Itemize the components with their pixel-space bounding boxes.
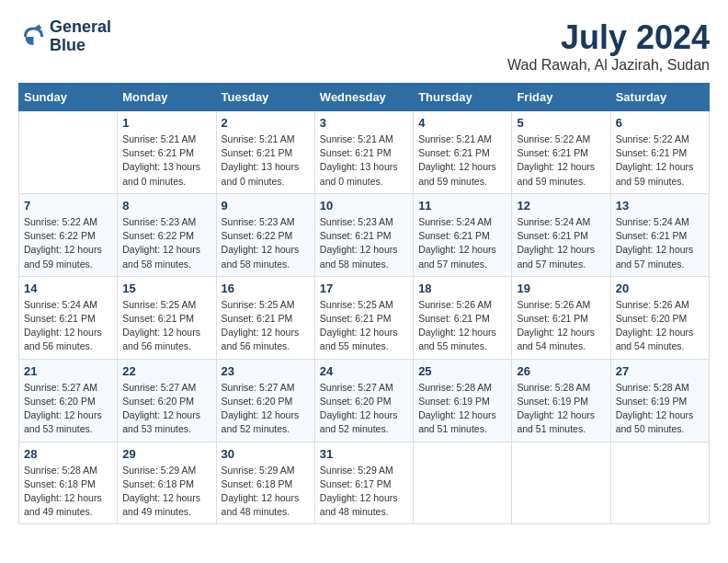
calendar-cell: 23Sunrise: 5:27 AM Sunset: 6:20 PM Dayli…: [216, 359, 314, 442]
calendar-week-row: 21Sunrise: 5:27 AM Sunset: 6:20 PM Dayli…: [19, 359, 710, 442]
day-info: Sunrise: 5:24 AM Sunset: 6:21 PM Dayligh…: [517, 215, 605, 271]
calendar-cell: 6Sunrise: 5:22 AM Sunset: 6:21 PM Daylig…: [610, 111, 709, 194]
calendar-cell: 19Sunrise: 5:26 AM Sunset: 6:21 PM Dayli…: [512, 276, 610, 359]
day-info: Sunrise: 5:26 AM Sunset: 6:21 PM Dayligh…: [418, 298, 506, 354]
day-number: 14: [24, 282, 112, 295]
calendar-cell: 10Sunrise: 5:23 AM Sunset: 6:21 PM Dayli…: [314, 193, 413, 276]
calendar-cell: [512, 442, 610, 524]
calendar-cell: 11Sunrise: 5:24 AM Sunset: 6:21 PM Dayli…: [414, 193, 512, 276]
logo: General Blue: [18, 18, 111, 55]
calendar-cell: 7Sunrise: 5:22 AM Sunset: 6:22 PM Daylig…: [19, 193, 118, 276]
day-info: Sunrise: 5:28 AM Sunset: 6:18 PM Dayligh…: [24, 464, 112, 520]
calendar-cell: 8Sunrise: 5:23 AM Sunset: 6:22 PM Daylig…: [118, 193, 216, 276]
calendar-cell: 2Sunrise: 5:21 AM Sunset: 6:21 PM Daylig…: [216, 111, 314, 194]
day-number: 30: [222, 447, 310, 461]
day-number: 4: [418, 116, 506, 130]
weekday-header: Monday: [118, 84, 216, 111]
calendar-cell: 18Sunrise: 5:26 AM Sunset: 6:21 PM Dayli…: [414, 276, 512, 359]
day-info: Sunrise: 5:21 AM Sunset: 6:21 PM Dayligh…: [320, 132, 408, 189]
weekday-header-row: SundayMondayTuesdayWednesdayThursdayFrid…: [19, 84, 710, 111]
day-info: Sunrise: 5:25 AM Sunset: 6:21 PM Dayligh…: [122, 298, 210, 354]
calendar-cell: [19, 111, 118, 194]
day-info: Sunrise: 5:24 AM Sunset: 6:21 PM Dayligh…: [616, 215, 704, 271]
weekday-header: Tuesday: [216, 84, 314, 111]
day-info: Sunrise: 5:21 AM Sunset: 6:21 PM Dayligh…: [222, 132, 310, 189]
calendar-cell: 26Sunrise: 5:28 AM Sunset: 6:19 PM Dayli…: [512, 359, 610, 442]
weekday-header: Wednesday: [314, 84, 413, 111]
day-info: Sunrise: 5:22 AM Sunset: 6:21 PM Dayligh…: [517, 132, 605, 189]
location-title: Wad Rawah, Al Jazirah, Sudan: [507, 57, 710, 74]
day-number: 23: [222, 364, 310, 378]
day-number: 21: [24, 364, 112, 378]
calendar-cell: 29Sunrise: 5:29 AM Sunset: 6:18 PM Dayli…: [118, 442, 216, 524]
calendar-cell: 14Sunrise: 5:24 AM Sunset: 6:21 PM Dayli…: [19, 276, 118, 359]
calendar-cell: 28Sunrise: 5:28 AM Sunset: 6:18 PM Dayli…: [19, 442, 118, 524]
day-info: Sunrise: 5:26 AM Sunset: 6:21 PM Dayligh…: [517, 298, 605, 354]
calendar-cell: 31Sunrise: 5:29 AM Sunset: 6:17 PM Dayli…: [314, 442, 413, 524]
calendar-cell: 20Sunrise: 5:26 AM Sunset: 6:20 PM Dayli…: [610, 276, 709, 359]
calendar-cell: 15Sunrise: 5:25 AM Sunset: 6:21 PM Dayli…: [118, 276, 216, 359]
day-info: Sunrise: 5:24 AM Sunset: 6:21 PM Dayligh…: [24, 298, 112, 354]
calendar-cell: 12Sunrise: 5:24 AM Sunset: 6:21 PM Dayli…: [512, 193, 610, 276]
day-info: Sunrise: 5:29 AM Sunset: 6:18 PM Dayligh…: [222, 464, 310, 520]
day-info: Sunrise: 5:25 AM Sunset: 6:21 PM Dayligh…: [320, 298, 408, 354]
day-info: Sunrise: 5:24 AM Sunset: 6:21 PM Dayligh…: [418, 215, 506, 271]
day-number: 20: [616, 282, 704, 295]
calendar-cell: 17Sunrise: 5:25 AM Sunset: 6:21 PM Dayli…: [314, 276, 413, 359]
calendar-cell: 27Sunrise: 5:28 AM Sunset: 6:19 PM Dayli…: [610, 359, 709, 442]
calendar-cell: 9Sunrise: 5:23 AM Sunset: 6:22 PM Daylig…: [216, 193, 314, 276]
day-number: 19: [517, 282, 605, 295]
calendar-cell: 4Sunrise: 5:21 AM Sunset: 6:21 PM Daylig…: [414, 111, 512, 194]
day-number: 15: [122, 282, 210, 295]
calendar-cell: 30Sunrise: 5:29 AM Sunset: 6:18 PM Dayli…: [216, 442, 314, 524]
calendar-cell: 21Sunrise: 5:27 AM Sunset: 6:20 PM Dayli…: [19, 359, 118, 442]
calendar-cell: 24Sunrise: 5:27 AM Sunset: 6:20 PM Dayli…: [314, 359, 413, 442]
day-number: 13: [616, 199, 704, 213]
calendar-cell: 3Sunrise: 5:21 AM Sunset: 6:21 PM Daylig…: [314, 111, 413, 194]
day-number: 12: [517, 199, 605, 213]
weekday-header: Thursday: [414, 84, 512, 111]
day-info: Sunrise: 5:27 AM Sunset: 6:20 PM Dayligh…: [222, 381, 310, 437]
day-number: 5: [517, 116, 605, 130]
day-info: Sunrise: 5:21 AM Sunset: 6:21 PM Dayligh…: [418, 132, 506, 189]
day-number: 25: [418, 364, 506, 378]
title-block: July 2024 Wad Rawah, Al Jazirah, Sudan: [507, 18, 710, 74]
day-info: Sunrise: 5:26 AM Sunset: 6:20 PM Dayligh…: [616, 298, 704, 354]
calendar-cell: 1Sunrise: 5:21 AM Sunset: 6:21 PM Daylig…: [118, 111, 216, 194]
day-number: 2: [222, 116, 310, 130]
day-number: 9: [222, 199, 310, 213]
day-info: Sunrise: 5:23 AM Sunset: 6:21 PM Dayligh…: [320, 215, 408, 271]
day-number: 29: [122, 447, 210, 461]
day-number: 24: [320, 364, 408, 378]
day-number: 18: [418, 282, 506, 295]
calendar-week-row: 28Sunrise: 5:28 AM Sunset: 6:18 PM Dayli…: [19, 442, 710, 524]
day-info: Sunrise: 5:22 AM Sunset: 6:21 PM Dayligh…: [616, 132, 704, 189]
day-number: 11: [418, 199, 506, 213]
day-info: Sunrise: 5:21 AM Sunset: 6:21 PM Dayligh…: [122, 132, 210, 189]
weekday-header: Friday: [512, 84, 610, 111]
day-info: Sunrise: 5:22 AM Sunset: 6:22 PM Dayligh…: [24, 215, 112, 271]
day-number: 8: [122, 199, 210, 213]
logo-icon: [18, 23, 46, 51]
calendar-week-row: 14Sunrise: 5:24 AM Sunset: 6:21 PM Dayli…: [19, 276, 710, 359]
day-info: Sunrise: 5:27 AM Sunset: 6:20 PM Dayligh…: [122, 381, 210, 437]
day-info: Sunrise: 5:25 AM Sunset: 6:21 PM Dayligh…: [222, 298, 310, 354]
logo-text: General Blue: [50, 18, 111, 55]
day-number: 31: [320, 447, 408, 461]
calendar-cell: [414, 442, 512, 524]
day-number: 26: [517, 364, 605, 378]
day-number: 7: [24, 199, 112, 213]
day-info: Sunrise: 5:29 AM Sunset: 6:17 PM Dayligh…: [320, 464, 408, 520]
day-info: Sunrise: 5:28 AM Sunset: 6:19 PM Dayligh…: [517, 381, 605, 437]
day-number: 10: [320, 199, 408, 213]
day-info: Sunrise: 5:23 AM Sunset: 6:22 PM Dayligh…: [122, 215, 210, 271]
calendar-table: SundayMondayTuesdayWednesdayThursdayFrid…: [18, 83, 710, 524]
day-number: 6: [616, 116, 704, 130]
calendar-cell: 22Sunrise: 5:27 AM Sunset: 6:20 PM Dayli…: [118, 359, 216, 442]
weekday-header: Sunday: [19, 84, 118, 111]
calendar-cell: 25Sunrise: 5:28 AM Sunset: 6:19 PM Dayli…: [414, 359, 512, 442]
day-number: 27: [616, 364, 704, 378]
month-title: July 2024: [507, 18, 710, 57]
day-number: 17: [320, 282, 408, 295]
calendar-cell: [610, 442, 709, 524]
